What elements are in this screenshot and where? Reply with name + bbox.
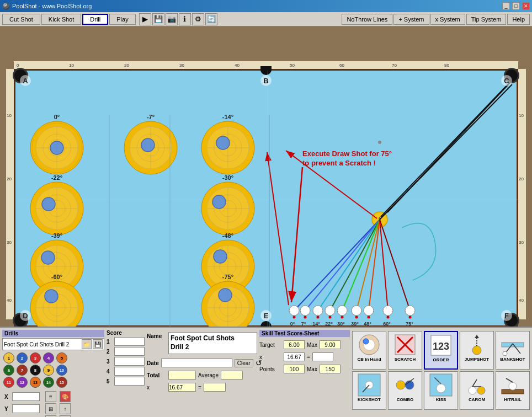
svg-text:-30°: -30° — [222, 174, 233, 181]
svg-text:-60°: -60° — [51, 274, 62, 280]
score-row-5: 5 — [107, 377, 145, 386]
score-input-1[interactable] — [114, 337, 145, 346]
carom-button[interactable]: CAROM — [460, 371, 494, 410]
svg-line-15 — [380, 84, 512, 220]
y-input[interactable] — [12, 404, 40, 413]
ruler-tick-10: 10 — [69, 63, 74, 68]
hitrail-button[interactable]: HITRAIL — [496, 371, 530, 410]
x-system-button[interactable]: x System — [430, 14, 465, 25]
clear-button[interactable]: Clear — [235, 359, 253, 367]
date-label: Date — [147, 360, 159, 366]
svg-line-11 — [357, 220, 380, 311]
cb-in-hand-button[interactable]: CB in Hand — [352, 331, 386, 370]
ruler-left-20: 20 — [7, 177, 12, 181]
ball-10[interactable]: 10 — [56, 365, 67, 376]
minimize-button[interactable]: _ — [502, 2, 510, 10]
svg-point-34 — [387, 316, 390, 319]
svg-point-135 — [472, 346, 481, 355]
play-icon-button[interactable]: ▶ — [139, 13, 151, 25]
ball-6[interactable]: 6 — [3, 365, 14, 376]
score-title: Score — [107, 330, 145, 336]
tip-system-button[interactable]: Tip System — [466, 14, 507, 25]
svg-line-158 — [506, 378, 513, 382]
bankshot-button[interactable]: BANKSHOT — [496, 331, 530, 370]
ball-8[interactable]: 8 — [30, 365, 41, 376]
average-input[interactable] — [221, 371, 243, 379]
kick-shot-button[interactable]: Kick Shot — [41, 14, 81, 25]
result-input[interactable] — [204, 383, 226, 392]
total-input[interactable] — [168, 371, 196, 379]
x-skill-input[interactable] — [284, 352, 305, 361]
save-drill-button[interactable]: 💾 — [93, 339, 103, 349]
ruler-tick-30: 30 — [179, 63, 184, 68]
score-input-5[interactable] — [114, 377, 145, 386]
maximize-button[interactable]: □ — [512, 2, 520, 10]
score-row-1: 1 — [107, 337, 145, 346]
score-input-2[interactable] — [114, 347, 145, 356]
drill-button[interactable]: Drill — [82, 14, 108, 25]
scratch-label: SCRATCH — [395, 357, 416, 362]
ball-15[interactable]: 15 — [56, 377, 67, 388]
svg-line-9 — [330, 220, 380, 311]
jumpshot-button[interactable]: JUMPSHOT — [460, 331, 494, 370]
help-button[interactable]: Help — [507, 14, 530, 25]
points-input[interactable] — [284, 365, 305, 373]
ball-11[interactable]: 11 — [3, 377, 14, 388]
order-button[interactable]: 123 ORDER — [424, 331, 458, 370]
svg-text:123: 123 — [433, 341, 449, 352]
plus-system-button[interactable]: + System — [393, 14, 429, 25]
list-view-button[interactable]: ≡ — [45, 391, 56, 402]
scratch-button[interactable]: SCRATCH — [388, 331, 422, 370]
hitrail-label: HITRAIL — [504, 397, 522, 402]
date-input[interactable] — [161, 359, 232, 367]
points-max-input[interactable] — [320, 365, 341, 373]
kiss-button[interactable]: KISS — [424, 371, 458, 410]
svg-point-35 — [409, 316, 412, 319]
svg-point-32 — [355, 316, 358, 319]
x-input[interactable] — [12, 392, 40, 401]
svg-line-46 — [267, 152, 289, 305]
label-f: F — [501, 310, 512, 321]
cut-shot-button[interactable]: Cut Shot — [2, 14, 40, 25]
svg-point-49 — [36, 127, 78, 169]
svg-point-26 — [405, 306, 415, 316]
svg-point-60 — [142, 140, 159, 156]
ball-5[interactable]: 5 — [56, 352, 67, 363]
ball-2[interactable]: 2 — [17, 352, 28, 363]
play-button[interactable]: Play — [109, 14, 135, 25]
ball-14[interactable]: 14 — [43, 377, 54, 388]
folder-button[interactable]: 📁 — [82, 339, 92, 349]
arrow-up-button[interactable]: ↑ — [60, 403, 71, 414]
svg-point-97 — [207, 245, 249, 287]
close-button[interactable]: ✕ — [522, 2, 530, 10]
ball-3[interactable]: 3 — [30, 352, 41, 363]
kickshot-button[interactable]: KICKSHOT — [352, 371, 386, 410]
ball-1[interactable]: 1 — [3, 352, 14, 363]
ball-9[interactable]: 9 — [43, 365, 54, 376]
svg-point-116 — [220, 300, 236, 316]
settings-icon-button[interactable]: ⚙ — [192, 13, 204, 25]
refresh-icon-button[interactable]: 🔄 — [205, 13, 217, 25]
target-input[interactable] — [284, 340, 305, 349]
info-icon-button[interactable]: ℹ — [179, 13, 191, 25]
ball-4[interactable]: 4 — [43, 352, 54, 363]
color-button[interactable]: 🎨 — [60, 391, 71, 402]
grid-view-button[interactable]: ⊞ — [45, 403, 56, 414]
camera-icon-button[interactable]: 📷 — [166, 13, 178, 25]
pool-table[interactable]: 1 — [14, 69, 518, 327]
svg-text:to prevent a Scratch !: to prevent a Scratch ! — [302, 159, 376, 167]
x-value-input[interactable] — [168, 383, 196, 392]
combo-button[interactable]: COMBO — [388, 371, 422, 410]
ball-7[interactable]: 7 — [17, 365, 28, 376]
result-skill-input[interactable] — [312, 352, 333, 361]
svg-point-4 — [373, 213, 386, 226]
max-input-1[interactable] — [320, 340, 341, 349]
ball-13[interactable]: 13 — [30, 377, 41, 388]
ruler-left-30: 30 — [7, 240, 12, 245]
ball-12[interactable]: 12 — [17, 377, 28, 388]
score-input-4[interactable] — [114, 367, 145, 376]
order-label: ORDER — [433, 357, 449, 362]
score-input-3[interactable] — [114, 357, 145, 366]
save-icon-button[interactable]: 💾 — [152, 13, 164, 25]
no-throw-lines-button[interactable]: NoThrow Lines — [342, 14, 392, 25]
